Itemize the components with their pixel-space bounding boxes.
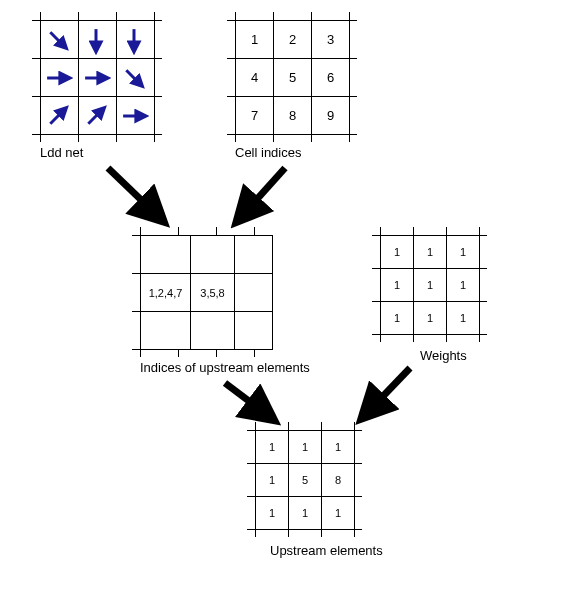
grid-cell-value: 1 bbox=[335, 441, 341, 453]
grid-cell: 1 bbox=[381, 236, 414, 269]
ldd-cell bbox=[41, 59, 79, 97]
grid-cell-value: 1 bbox=[335, 507, 341, 519]
grid-cell-value: 2 bbox=[289, 32, 296, 47]
caption-upstream-el: Upstream elements bbox=[270, 543, 383, 558]
grid-cell bbox=[235, 236, 273, 274]
grid-cell-value bbox=[211, 323, 215, 338]
grid-cell: 1 bbox=[236, 21, 274, 59]
svg-line-5 bbox=[126, 70, 141, 85]
flow-arrow-indices-to-upstream bbox=[220, 160, 300, 235]
grid-cell-value bbox=[211, 247, 215, 262]
grid-cell-value: 1 bbox=[269, 474, 275, 486]
grid-table: 111158111 bbox=[255, 430, 355, 530]
ldd-arrow-ne-icon bbox=[41, 99, 78, 133]
ldd-arrow-ne-icon bbox=[79, 99, 116, 133]
grid-cell: 4 bbox=[236, 59, 274, 97]
grid-cell-value bbox=[164, 323, 168, 338]
ldd-cell bbox=[79, 21, 117, 59]
caption-weights: Weights bbox=[420, 348, 467, 363]
grid-cell-value: 3,5,8 bbox=[200, 287, 224, 299]
ldd-arrow-s-icon bbox=[79, 23, 116, 57]
grid-cell: 1 bbox=[322, 497, 355, 530]
grid-table: 123456789 bbox=[235, 20, 350, 135]
caption-indices: Cell indices bbox=[235, 145, 301, 160]
svg-line-0 bbox=[50, 32, 65, 47]
svg-line-9 bbox=[108, 168, 160, 218]
grid-cell: 1 bbox=[447, 269, 480, 302]
svg-line-7 bbox=[88, 108, 103, 123]
ldd-arrow-e-icon bbox=[79, 61, 116, 95]
grid-upstream-elements: 111158111 bbox=[255, 430, 355, 530]
svg-line-11 bbox=[225, 383, 270, 417]
grid-cell: 3 bbox=[312, 21, 350, 59]
ldd-cell bbox=[79, 59, 117, 97]
grid-cell: 1 bbox=[414, 236, 447, 269]
flow-arrow-upstreamidx-to-result bbox=[215, 375, 295, 430]
caption-upstream-idx: Indices of upstream elements bbox=[140, 360, 310, 375]
grid-cell-value: 1 bbox=[269, 507, 275, 519]
grid-cell-value: 1 bbox=[394, 279, 400, 291]
grid-cell: 1 bbox=[381, 269, 414, 302]
diagram-canvas: { "captions": { "ldd": "Ldd net", "indic… bbox=[0, 0, 561, 592]
grid-cell: 1 bbox=[289, 431, 322, 464]
grid-cell-indices: 123456789 bbox=[235, 20, 350, 135]
grid-cell-value: 1 bbox=[394, 246, 400, 258]
grid-cell-value: 1 bbox=[460, 312, 466, 324]
grid-cell-value: 4 bbox=[251, 70, 258, 85]
grid-cell: 2 bbox=[274, 21, 312, 59]
grid-table: 111111111 bbox=[380, 235, 480, 335]
grid-cell: 1 bbox=[322, 431, 355, 464]
grid-cell-value: 7 bbox=[251, 108, 258, 123]
ldd-cell bbox=[79, 97, 117, 135]
grid-table: 1,2,4,73,5,8 bbox=[140, 235, 273, 350]
grid-cell: 9 bbox=[312, 97, 350, 135]
grid-cell-value: 9 bbox=[327, 108, 334, 123]
ldd-cell bbox=[117, 59, 155, 97]
grid-cell: 1 bbox=[381, 302, 414, 335]
grid-cell-value: 1 bbox=[427, 246, 433, 258]
grid-cell: 8 bbox=[322, 464, 355, 497]
grid-cell-value: 8 bbox=[289, 108, 296, 123]
ldd-cell bbox=[41, 97, 79, 135]
grid-cell-value: 1 bbox=[269, 441, 275, 453]
flow-arrow-ldd-to-upstream bbox=[100, 160, 180, 235]
grid-weights: 111111111 bbox=[380, 235, 480, 335]
grid-cell bbox=[191, 312, 235, 350]
grid-cell: 1,2,4,7 bbox=[141, 274, 191, 312]
grid-cell: 1 bbox=[256, 431, 289, 464]
grid-cell-value: 6 bbox=[327, 70, 334, 85]
grid-cell-value: 1 bbox=[302, 507, 308, 519]
grid-cell: 6 bbox=[312, 59, 350, 97]
grid-cell: 1 bbox=[414, 269, 447, 302]
grid-cell: 5 bbox=[274, 59, 312, 97]
grid-cell-value bbox=[252, 285, 256, 300]
ldd-arrow-s-icon bbox=[117, 23, 154, 57]
grid-cell-value: 1 bbox=[394, 312, 400, 324]
grid-cell-value bbox=[252, 323, 256, 338]
grid-cell: 7 bbox=[236, 97, 274, 135]
grid-cell: 5 bbox=[289, 464, 322, 497]
grid-cell: 3,5,8 bbox=[191, 274, 235, 312]
grid-ldd-net bbox=[40, 20, 155, 135]
grid-cell-value: 1 bbox=[460, 246, 466, 258]
grid-cell-value: 1 bbox=[251, 32, 258, 47]
grid-cell-value: 5 bbox=[302, 474, 308, 486]
grid-cell-value: 1 bbox=[460, 279, 466, 291]
grid-cell: 1 bbox=[289, 497, 322, 530]
ldd-arrow-e-icon bbox=[117, 99, 154, 133]
grid-cell-value: 1 bbox=[427, 279, 433, 291]
grid-cell bbox=[191, 236, 235, 274]
ldd-cell bbox=[117, 97, 155, 135]
ldd-cell bbox=[41, 21, 79, 59]
grid-upstream-indices: 1,2,4,73,5,8 bbox=[140, 235, 273, 350]
ldd-arrow-se-icon bbox=[41, 23, 78, 57]
svg-line-12 bbox=[365, 368, 410, 415]
grid-cell: 1 bbox=[414, 302, 447, 335]
grid-cell: 1 bbox=[256, 464, 289, 497]
svg-line-10 bbox=[240, 168, 285, 218]
grid-cell-value: 8 bbox=[335, 474, 341, 486]
ldd-cell bbox=[117, 21, 155, 59]
grid-cell-value bbox=[164, 247, 168, 262]
grid-table bbox=[40, 20, 155, 135]
grid-cell bbox=[235, 312, 273, 350]
